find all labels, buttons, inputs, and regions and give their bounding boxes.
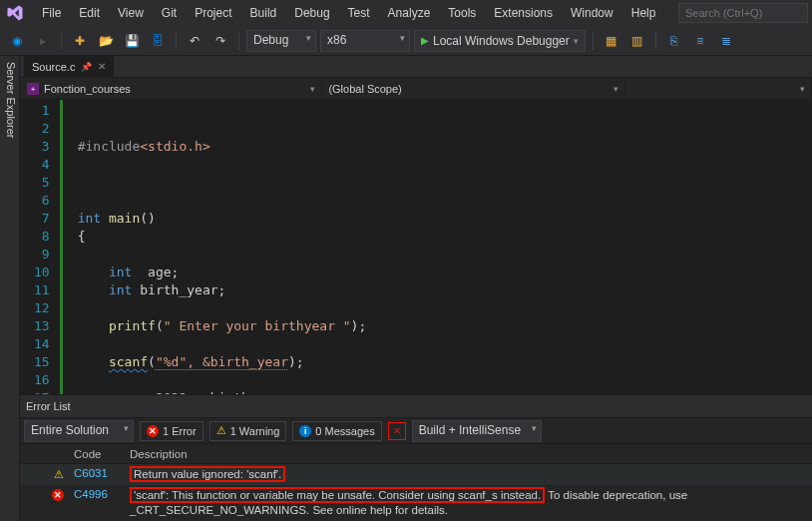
tool-icon-5[interactable]: ≣: [715, 30, 737, 52]
menu-extensions[interactable]: Extensions: [486, 3, 561, 23]
code-line[interactable]: [78, 246, 808, 263]
nav-back-button[interactable]: ◉: [6, 30, 28, 52]
header-code[interactable]: Code: [74, 448, 130, 460]
tool-icon-2[interactable]: ▥: [626, 30, 648, 52]
warnings-filter-button[interactable]: ⚠ 1 Warning: [209, 421, 287, 441]
menu-edit[interactable]: Edit: [71, 3, 108, 23]
code-line[interactable]: [78, 371, 808, 389]
member-scope-dropdown[interactable]: [625, 78, 812, 99]
code-line[interactable]: printf(" Enter your birthyear ");: [78, 317, 808, 335]
menu-bar: File Edit View Git Project Build Debug T…: [0, 0, 812, 26]
close-icon[interactable]: ✕: [98, 61, 106, 72]
separator: [593, 32, 594, 50]
line-gutter: 1234567891011121314151617: [20, 100, 60, 394]
tab-label: Source.c: [32, 61, 75, 73]
menu-analyze[interactable]: Analyze: [380, 3, 439, 23]
navigation-bar: + Fonction_courses (Global Scope): [20, 78, 812, 100]
errors-count-label: 1 Error: [163, 425, 197, 437]
code-line[interactable]: {: [78, 228, 808, 246]
code-line[interactable]: [78, 192, 808, 210]
source-filter-dropdown[interactable]: Build + IntelliSense: [412, 420, 542, 442]
error-code[interactable]: C4996: [74, 488, 130, 500]
separator: [176, 32, 177, 50]
nav-fwd-button[interactable]: ▸: [32, 30, 54, 52]
undo-icon[interactable]: ↶: [184, 30, 205, 52]
vs-logo-icon: [4, 2, 26, 24]
code-line[interactable]: [78, 299, 808, 317]
save-icon[interactable]: 💾: [121, 30, 143, 52]
code-line[interactable]: #include<stdio.h>: [78, 138, 808, 156]
server-explorer-rail[interactable]: Server Explorer: [0, 56, 20, 521]
tool-icon-3[interactable]: ⎘: [663, 30, 685, 52]
code-line[interactable]: [78, 335, 808, 353]
code-line[interactable]: [78, 120, 808, 138]
error-row[interactable]: ⚠C6031Return value ignored: 'scanf'.: [20, 464, 812, 485]
svg-text:+: +: [31, 85, 36, 94]
header-description[interactable]: Description: [130, 448, 812, 460]
search-input[interactable]: [678, 3, 808, 23]
menu-build[interactable]: Build: [242, 3, 285, 23]
play-icon: ▶: [421, 35, 429, 46]
code-line[interactable]: [78, 174, 808, 192]
menu-help[interactable]: Help: [623, 3, 664, 23]
error-description: Return value ignored: 'scanf'.: [130, 467, 812, 482]
class-scope-label: (Global Scope): [328, 83, 401, 95]
new-project-icon[interactable]: ✚: [69, 30, 91, 52]
code-line[interactable]: [78, 156, 808, 174]
pin-icon[interactable]: 📌: [81, 62, 92, 72]
redo-icon[interactable]: ↷: [209, 30, 231, 52]
start-debug-label: Local Windows Debugger: [433, 34, 570, 48]
code-line[interactable]: age = 2022 - birth_year;: [78, 389, 808, 394]
separator: [655, 32, 656, 50]
error-row[interactable]: ✕C4996'scanf': This function or variable…: [20, 485, 812, 521]
start-debug-button[interactable]: ▶ Local Windows Debugger ▾: [414, 30, 586, 52]
code-line[interactable]: int birth_year;: [78, 281, 808, 299]
menu-test[interactable]: Test: [340, 3, 378, 23]
class-scope-dropdown[interactable]: (Global Scope): [322, 78, 624, 99]
menu-git[interactable]: Git: [154, 3, 185, 23]
error-code[interactable]: C6031: [74, 467, 130, 479]
tab-strip: Source.c 📌 ✕: [20, 56, 812, 78]
code-line[interactable]: -int main(): [78, 210, 808, 228]
error-icon: ✕: [52, 489, 64, 501]
messages-count-label: 0 Messages: [315, 425, 374, 437]
warnings-count-label: 1 Warning: [230, 425, 280, 437]
code-line[interactable]: scanf("%d", &birth_year);: [78, 353, 808, 371]
error-icon: ✕: [147, 425, 159, 437]
menu-view[interactable]: View: [110, 3, 152, 23]
code-line[interactable]: int age;: [78, 263, 808, 281]
error-table: Code Description ⚠C6031Return value igno…: [20, 444, 812, 521]
tab-source-c[interactable]: Source.c 📌 ✕: [24, 56, 114, 78]
menu-debug[interactable]: Debug: [286, 3, 337, 23]
tool-icon-1[interactable]: ▦: [601, 30, 622, 52]
code-line[interactable]: [78, 102, 808, 120]
change-margin: [60, 100, 74, 394]
menu-file[interactable]: File: [34, 3, 69, 23]
tool-icon-4[interactable]: ≡: [689, 30, 711, 52]
menu-tools[interactable]: Tools: [440, 3, 484, 23]
menu-window[interactable]: Window: [563, 3, 621, 23]
errorlist-scope-dropdown[interactable]: Entire Solution: [24, 420, 134, 442]
clear-icon: ✕: [393, 425, 401, 436]
project-scope-dropdown[interactable]: + Fonction_courses: [20, 78, 322, 99]
project-scope-label: Fonction_courses: [44, 83, 131, 95]
separator: [61, 32, 62, 50]
errorlist-title[interactable]: Error List: [20, 398, 812, 418]
menu-project[interactable]: Project: [187, 3, 239, 23]
main-toolbar: ◉ ▸ ✚ 📂 💾 🗄 ↶ ↷ Debug x86 ▶ Local Window…: [0, 26, 812, 56]
warning-icon: ⚠: [54, 468, 64, 481]
clear-filter-button[interactable]: ✕: [388, 422, 406, 440]
chevron-down-icon: ▾: [574, 36, 579, 46]
save-all-icon[interactable]: 🗄: [147, 30, 169, 52]
errorlist-toolbar: Entire Solution ✕ 1 Error ⚠ 1 Warning i …: [20, 418, 812, 444]
error-table-header[interactable]: Code Description: [20, 444, 812, 464]
errors-filter-button[interactable]: ✕ 1 Error: [140, 421, 203, 441]
open-file-icon[interactable]: 📂: [95, 30, 117, 52]
code-area[interactable]: #include<stdio.h> -int main(){ int age; …: [74, 100, 812, 394]
separator: [238, 32, 239, 50]
code-editor[interactable]: 1234567891011121314151617 #include<stdio…: [20, 100, 812, 394]
config-dropdown[interactable]: Debug: [246, 30, 316, 52]
error-description: 'scanf': This function or variable may b…: [130, 488, 812, 518]
platform-dropdown[interactable]: x86: [320, 30, 410, 52]
messages-filter-button[interactable]: i 0 Messages: [292, 421, 381, 441]
